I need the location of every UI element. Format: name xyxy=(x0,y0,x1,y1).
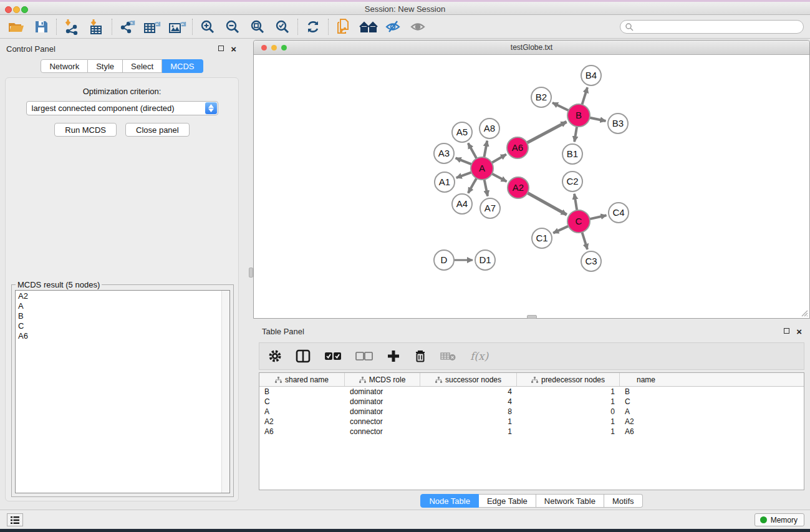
unselect-all-columns-icon[interactable] xyxy=(355,351,373,361)
tab-network-table[interactable]: Network Table xyxy=(536,494,604,508)
table-tabs: Node Table Edge Table Network Table Moti… xyxy=(253,494,810,508)
cell-shared-name: B xyxy=(259,387,345,396)
new-network-from-selection-icon[interactable] xyxy=(331,17,356,37)
hierarchy-icon xyxy=(359,377,366,383)
table-row[interactable]: A dominator 8 0 A xyxy=(259,407,804,417)
graph-edge-A-A4[interactable] xyxy=(468,177,477,193)
search-field[interactable] xyxy=(620,20,804,34)
graph-edge-A-A3[interactable] xyxy=(456,158,473,165)
cell-name: A6 xyxy=(620,427,672,436)
search-input[interactable] xyxy=(634,21,803,32)
tab-network[interactable]: Network xyxy=(41,59,88,73)
memory-button[interactable]: Memory xyxy=(755,513,804,526)
apply-layout-icon[interactable] xyxy=(301,17,325,37)
export-network-icon[interactable] xyxy=(115,17,140,37)
graph-edge-C-C3[interactable] xyxy=(582,231,587,249)
graph-edge-B-B1[interactable] xyxy=(574,125,577,142)
graph-edge-A-A7[interactable] xyxy=(484,178,488,196)
graph-edge-A-A5[interactable] xyxy=(468,143,478,160)
network-window-title: testGlobe.txt xyxy=(254,43,809,52)
graph-edge-C-C4[interactable] xyxy=(589,215,607,219)
column-view-icon[interactable] xyxy=(296,349,311,363)
close-table-panel-icon[interactable]: × xyxy=(796,329,802,334)
tab-mcds[interactable]: MCDS xyxy=(162,59,203,73)
network-view-window: testGlobe.txt AA1A2A3A4A5A6A7A8BB1B2B3B4… xyxy=(253,40,810,319)
show-graphics-details-icon[interactable] xyxy=(406,17,431,37)
zoom-in-icon[interactable] xyxy=(195,17,220,37)
list-item[interactable]: C xyxy=(18,321,229,331)
column-label: predecessor nodes xyxy=(541,375,605,384)
export-image-icon[interactable] xyxy=(165,17,190,37)
list-item[interactable]: A xyxy=(18,301,229,311)
graph-node-label: A1 xyxy=(439,177,450,187)
tab-node-table[interactable]: Node Table xyxy=(420,494,479,508)
tab-motifs[interactable]: Motifs xyxy=(604,494,643,508)
graph-node-label: A7 xyxy=(485,203,496,213)
select-all-columns-icon[interactable] xyxy=(324,351,342,361)
network-canvas[interactable]: AA1A2A3A4A5A6A7A8BB1B2B3B4CC1C2C3C4DD1 xyxy=(254,55,809,318)
memory-status-icon xyxy=(760,516,767,523)
task-history-button[interactable] xyxy=(7,513,23,526)
hierarchy-icon xyxy=(531,377,538,383)
zoom-selected-icon[interactable] xyxy=(270,17,295,37)
network-graph[interactable]: AA1A2A3A4A5A6A7A8BB1B2B3B4CC1C2C3C4DD1 xyxy=(254,55,809,318)
graph-edge-B-B4[interactable] xyxy=(582,87,587,106)
column-header-successor-nodes[interactable]: successor nodes xyxy=(420,373,517,386)
open-session-icon[interactable] xyxy=(4,17,29,37)
control-panel: Control Panel × Network Style Select MCD… xyxy=(0,39,244,510)
graph-edge-C-C2[interactable] xyxy=(574,194,577,211)
add-column-icon[interactable] xyxy=(387,349,400,363)
table-row[interactable]: A6 connector 1 1 A6 xyxy=(259,427,804,437)
cell-predecessor-nodes: 1 xyxy=(517,417,620,426)
delete-column-icon[interactable] xyxy=(414,349,427,363)
graph-edge-A-A1[interactable] xyxy=(456,172,473,178)
graph-edge-A2-C[interactable] xyxy=(526,192,567,215)
list-item[interactable]: B xyxy=(18,311,229,321)
float-table-panel-icon[interactable] xyxy=(784,328,789,334)
settings-gear-icon[interactable] xyxy=(268,349,282,363)
close-panel-button[interactable]: Close panel xyxy=(125,123,190,137)
list-item[interactable]: A2 xyxy=(18,291,229,301)
save-session-icon[interactable] xyxy=(29,17,54,37)
mcds-result-list[interactable]: A2 A B C A6 xyxy=(15,290,230,493)
optimization-criterion-dropdown[interactable]: largest connected component (directed) xyxy=(26,101,218,115)
graph-edge-A6-B[interactable] xyxy=(526,122,566,143)
tab-style[interactable]: Style xyxy=(88,59,123,73)
first-neighbors-icon[interactable] xyxy=(356,17,381,37)
network-window-titlebar[interactable]: testGlobe.txt xyxy=(254,41,809,55)
import-network-icon[interactable] xyxy=(59,17,84,37)
node-table[interactable]: shared name MCDS role successor nodes pr… xyxy=(259,372,804,490)
column-header-name[interactable]: name xyxy=(620,373,672,386)
float-panel-icon[interactable] xyxy=(218,46,224,51)
column-header-predecessor-nodes[interactable]: predecessor nodes xyxy=(517,373,620,386)
close-panel-icon[interactable]: × xyxy=(231,46,236,52)
table-row[interactable]: B dominator 4 1 B xyxy=(259,387,804,397)
cell-shared-name: A2 xyxy=(259,417,345,426)
import-table-icon[interactable] xyxy=(84,17,109,37)
column-header-shared-name[interactable]: shared name xyxy=(259,373,345,386)
tab-select[interactable]: Select xyxy=(123,59,162,73)
zoom-out-icon[interactable] xyxy=(220,17,245,37)
column-header-mcds-role[interactable]: MCDS role xyxy=(345,373,420,386)
graph-edge-C-C1[interactable] xyxy=(553,226,569,233)
window-resize-grip[interactable] xyxy=(799,308,808,317)
hide-graphics-details-icon[interactable] xyxy=(381,17,406,37)
cell-successor-nodes: 1 xyxy=(420,417,517,426)
cell-successor-nodes: 4 xyxy=(420,397,517,406)
graph-edge-B-B2[interactable] xyxy=(552,103,570,111)
run-mcds-button[interactable]: Run MCDS xyxy=(54,123,117,137)
graph-edge-A-A2[interactable] xyxy=(491,173,506,182)
export-table-icon[interactable] xyxy=(140,17,165,37)
zoom-fit-icon[interactable] xyxy=(245,17,270,37)
tab-edge-table[interactable]: Edge Table xyxy=(479,494,536,508)
graph-node-label: C1 xyxy=(536,233,547,243)
list-scrollbar[interactable] xyxy=(221,291,229,493)
list-icon xyxy=(11,516,19,524)
graph-edge-A-A8[interactable] xyxy=(484,141,487,159)
splitter-grip-left[interactable] xyxy=(249,268,253,278)
table-row[interactable]: A2 connector 1 1 A2 xyxy=(259,417,804,427)
table-row[interactable]: C dominator 4 1 C xyxy=(259,397,804,407)
list-item[interactable]: A6 xyxy=(18,331,229,341)
graph-edge-B-B3[interactable] xyxy=(589,117,606,121)
graph-edge-A-A6[interactable] xyxy=(491,155,506,163)
